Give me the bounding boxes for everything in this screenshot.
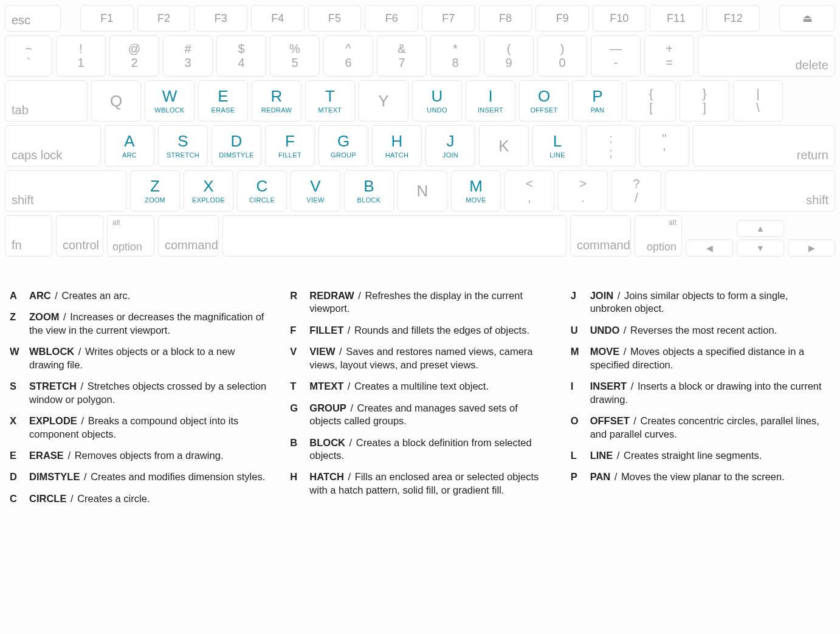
key-f5[interactable]: F5 <box>308 5 362 32</box>
legend-item-a: AARC / Creates an arc. <box>10 289 269 302</box>
key-m[interactable]: MMOVE <box>451 170 501 212</box>
key-f10[interactable]: F10 <box>593 5 646 32</box>
key-q[interactable]: Q <box>91 80 141 122</box>
key-letter: V <box>310 178 320 194</box>
row-bottom: shift ZZOOMXEXPLODECCIRCLEVVIEWBBLOCKNMM… <box>5 170 835 212</box>
key-esc[interactable]: esc <box>5 5 61 32</box>
key-command-label: OFFSET <box>530 106 557 114</box>
legend-text: STRETCH / Stretches objects crossed by a… <box>29 380 269 406</box>
key-h[interactable]: HHATCH <box>372 125 422 167</box>
key-l[interactable]: LLINE <box>532 125 582 167</box>
key-arrow-up[interactable]: ▲ <box>737 220 784 237</box>
key-2[interactable]: @2 <box>109 35 159 77</box>
key-arrow-down[interactable]: ▼ <box>737 239 784 257</box>
key-backtick[interactable]: ~ ` <box>5 35 52 77</box>
key-u[interactable]: UUNDO <box>412 80 462 122</box>
key-f12[interactable]: F12 <box>706 5 760 32</box>
legend-key: E <box>10 449 21 462</box>
legend-key: M <box>571 345 582 371</box>
key--[interactable]: —- <box>591 35 641 77</box>
legend-item-h: HHATCH / Fills an enclosed area or selec… <box>290 470 549 497</box>
legend-key: C <box>10 492 21 505</box>
key-f3[interactable]: F3 <box>194 5 247 32</box>
glyph: ~ <box>25 42 32 56</box>
key-quote[interactable]: "' <box>639 125 689 167</box>
key-arrow-right[interactable]: ▶ <box>788 239 835 257</box>
key-a[interactable]: AARC <box>105 125 154 167</box>
key-4[interactable]: $4 <box>216 35 266 77</box>
key-return[interactable]: return <box>693 125 835 167</box>
key-command-label: FILLET <box>278 151 301 159</box>
key-8[interactable]: *8 <box>430 35 480 77</box>
key-shift-right[interactable]: shift <box>665 170 835 212</box>
key-0[interactable]: )0 <box>537 35 587 77</box>
key-i[interactable]: IINSERT <box>466 80 515 122</box>
key-w[interactable]: WWBLOCK <box>145 80 195 122</box>
label-alt: alt <box>669 218 676 227</box>
key-6[interactable]: ^6 <box>323 35 373 77</box>
key-n[interactable]: N <box>398 170 447 212</box>
key-f6[interactable]: F6 <box>365 5 418 32</box>
key-period[interactable]: >. <box>558 170 608 212</box>
key-letter: W <box>162 88 177 104</box>
key-eject[interactable]: ⏏ <box>779 5 835 32</box>
key-f1[interactable]: F1 <box>80 5 134 32</box>
key-f4[interactable]: F4 <box>251 5 305 32</box>
key-f8[interactable]: F8 <box>479 5 532 32</box>
key-d[interactable]: DDIMSTYLE <box>212 125 261 167</box>
key-shift-left[interactable]: shift <box>5 170 126 212</box>
key-3[interactable]: #3 <box>163 35 213 77</box>
key-j[interactable]: JJOIN <box>425 125 475 167</box>
key-e[interactable]: EERASE <box>198 80 248 122</box>
key-f9[interactable]: F9 <box>535 5 589 32</box>
key-t[interactable]: TMTEXT <box>305 80 355 122</box>
key-arrow-left[interactable]: ◀ <box>686 239 733 257</box>
key-o[interactable]: OOFFSET <box>519 80 569 122</box>
key-1[interactable]: !1 <box>56 35 106 77</box>
key-f2[interactable]: F2 <box>137 5 191 32</box>
key-g[interactable]: GGROUP <box>318 125 368 167</box>
key-y[interactable]: Y <box>359 80 408 122</box>
key-x[interactable]: XEXPLODE <box>184 170 233 212</box>
key-delete[interactable]: delete <box>698 35 835 77</box>
key-f[interactable]: FFILLET <box>265 125 315 167</box>
key-bracket-left[interactable]: {[ <box>626 80 676 122</box>
key-k[interactable]: K <box>479 125 529 167</box>
key-7[interactable]: &7 <box>377 35 427 77</box>
key-letter: C <box>256 178 268 194</box>
key-z[interactable]: ZZOOM <box>130 170 180 212</box>
key-v[interactable]: VVIEW <box>291 170 340 212</box>
key-backslash[interactable]: |\ <box>733 80 783 122</box>
key-tab[interactable]: tab <box>5 80 88 122</box>
key-letter: M <box>469 178 483 194</box>
key-f11[interactable]: F11 <box>650 5 703 32</box>
key-semicolon[interactable]: :; <box>586 125 636 167</box>
key-fn[interactable]: fn <box>5 215 52 257</box>
legend-column-1: AARC / Creates an arc.ZZOOM / Increases … <box>10 289 269 505</box>
key-9[interactable]: (9 <box>484 35 534 77</box>
key-letter: J <box>447 133 455 149</box>
key-command-label: PAN <box>591 106 605 114</box>
key-slash[interactable]: ?/ <box>611 170 661 212</box>
key-b[interactable]: BBLOCK <box>344 170 394 212</box>
key-r[interactable]: RREDRAW <box>252 80 301 122</box>
key-5[interactable]: %5 <box>270 35 320 77</box>
legend-key: O <box>571 415 582 441</box>
key-p[interactable]: PPAN <box>573 80 622 122</box>
row-function: esc F1F2F3F4F5F6F7F8F9F10F11F12 ⏏ <box>5 5 835 32</box>
key-command-right[interactable]: command <box>570 215 631 257</box>
legend-item-r: RREDRAW / Refreshes the display in the c… <box>290 289 549 315</box>
key-option-right[interactable]: alt option <box>635 215 682 257</box>
key-control[interactable]: control <box>56 215 103 257</box>
key-option-left[interactable]: alt option <box>107 215 154 257</box>
key-bracket-right[interactable]: }] <box>680 80 729 122</box>
key-letter: K <box>498 138 509 154</box>
key-spacebar[interactable] <box>222 215 566 257</box>
key-capslock[interactable]: caps lock <box>5 125 101 167</box>
key-command-left[interactable]: command <box>158 215 219 257</box>
key-s[interactable]: SSTRETCH <box>158 125 208 167</box>
key-f7[interactable]: F7 <box>422 5 475 32</box>
key-c[interactable]: CCIRCLE <box>237 170 287 212</box>
key-=[interactable]: += <box>644 35 694 77</box>
key-comma[interactable]: <, <box>504 170 554 212</box>
